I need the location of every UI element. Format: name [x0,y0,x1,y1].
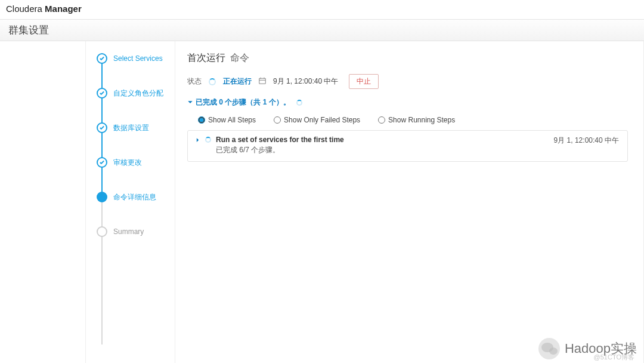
active-dot-icon [97,192,107,202]
watermark-credit: @51CTO博客 [594,353,634,362]
calendar-icon [259,77,266,86]
filter-label: Show Running Steps [388,116,455,124]
filter-show-running[interactable]: Show Running Steps [378,116,455,124]
brand-bold: Manager [45,4,82,14]
app-brand: Cloudera Manager [0,0,644,19]
heading-text: 首次运行 [187,53,225,63]
step-label: 审核更改 [113,158,142,168]
card-timestamp: 9月 1, 12:00:40 中午 [554,136,619,146]
step-db-settings[interactable]: 数据库设置 [97,122,175,133]
card-title: Run a set of services for the first time [216,136,549,144]
check-icon [97,53,107,64]
filter-show-failed[interactable]: Show Only Failed Steps [274,116,360,124]
status-label: 状态 [187,76,202,87]
spinner-icon [296,100,302,106]
page-title: 群集设置 [0,19,644,41]
spinner-icon [205,137,211,143]
step-review-changes[interactable]: 审核更改 [97,157,175,168]
card-subtitle: 已完成 6/7 个步骤。 [216,145,549,155]
chevron-down-icon [187,99,193,107]
filter-label: Show All Steps [208,116,256,124]
filter-show-all[interactable]: Show All Steps [198,116,256,124]
status-value: 正在运行 [223,76,252,87]
progress-toggle[interactable]: 已完成 0 个步骤（共 1 个）。 [187,97,628,107]
step-filter-row: Show All Steps Show Only Failed Steps Sh… [187,113,628,130]
timestamp: 9月 1, 12:00:40 中午 [273,76,338,87]
step-select-services[interactable]: Select Services [97,53,175,64]
abort-button[interactable]: 中止 [349,74,379,89]
filter-label: Show Only Failed Steps [284,116,360,124]
chevron-right-icon[interactable] [195,136,200,144]
brand-light: Cloudera [6,4,42,14]
step-label: 命令详细信息 [113,192,156,202]
spinner-icon [209,78,216,85]
step-summary[interactable]: Summary [97,226,175,237]
pending-dot-icon [97,226,107,237]
status-row: 状态 正在运行 9月 1, 12:00:40 中午 中止 [187,74,628,89]
progress-text: 已完成 0 个步骤（共 1 个）。 [196,97,290,107]
check-icon [97,157,107,168]
step-label: 自定义角色分配 [113,88,163,99]
step-custom-roles[interactable]: 自定义角色分配 [97,88,175,99]
check-icon [97,122,107,133]
step-label: Select Services [113,54,163,63]
radio-show-running[interactable] [378,116,385,124]
check-icon [97,88,107,99]
step-card: Run a set of services for the first time… [187,130,628,162]
radio-show-all[interactable] [198,116,205,124]
card-body: Run a set of services for the first time… [216,136,549,155]
heading-suffix: 命令 [230,53,249,63]
left-spacer [0,41,86,363]
main-heading: 首次运行 命令 [187,52,628,64]
step-label: 数据库设置 [113,123,149,133]
step-nav: Select Services 自定义角色分配 数据库设置 审核更改 命令详细信… [86,41,175,363]
radio-show-failed[interactable] [274,116,281,124]
step-command-details[interactable]: 命令详细信息 [97,192,175,202]
main-panel: 首次运行 命令 状态 正在运行 9月 1, 12:00:40 中午 中止 已完成… [175,41,644,363]
step-label: Summary [113,227,144,236]
wizard-body: Select Services 自定义角色分配 数据库设置 审核更改 命令详细信… [0,41,644,363]
svg-rect-0 [259,78,266,84]
